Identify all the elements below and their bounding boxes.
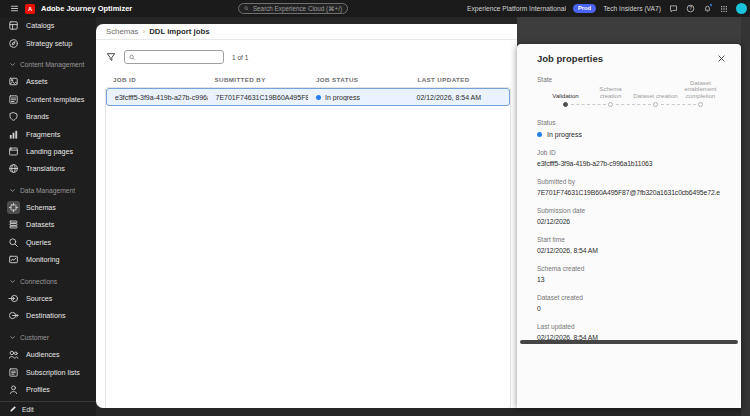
hamburger-menu-icon[interactable] (9, 4, 19, 14)
app-screen: A Adobe Journey Optimizer Search Experie… (0, 0, 750, 416)
queries-icon (7, 236, 20, 249)
sidebar-section-label: Connections (20, 278, 57, 285)
sidebar-item-destinations[interactable]: Destinations (0, 307, 96, 324)
profiles-icon (7, 383, 20, 396)
experience-cloud-search[interactable]: Search Experience Cloud (⌘+/) (238, 3, 348, 14)
sidebar-edit-label: Edit (22, 406, 34, 413)
monitoring-icon (7, 253, 20, 266)
sidebar-item-label: Schemas (26, 203, 56, 212)
chevron-down-icon (9, 187, 16, 194)
field-value: 02/12/2026 (537, 218, 727, 225)
sidebar-item-fragments[interactable]: Fragments (0, 125, 96, 142)
cell-submitted-by: 7E701F74631C19B60A495F87@7fb... (208, 94, 309, 101)
filter-funnel-icon[interactable] (106, 52, 116, 62)
search-placeholder-text: Search Experience Cloud (⌘+/) (253, 5, 342, 12)
column-header-job-id[interactable]: JOB ID (105, 72, 207, 86)
adobe-logo-icon[interactable]: A (25, 4, 35, 14)
field-schema-created: Schema created13 (537, 265, 727, 283)
sidebar-section-connections[interactable]: Connections (0, 272, 96, 289)
sidebar-item-strategy-setup[interactable]: Strategy setup (0, 34, 96, 51)
sidebar-item-subscription-lists[interactable]: Subscription lists (0, 363, 96, 380)
content-templates-icon (7, 93, 20, 106)
notification-badge (709, 3, 713, 7)
sidebar-item-catalogs[interactable]: Catalogs (0, 17, 96, 34)
step-schema-creation: Schema creation (588, 86, 633, 107)
table-header-row: JOB IDSUBMITTED BYJOB STATUSLAST UPDATED (105, 72, 511, 86)
sidebar-item-datasets[interactable]: Datasets (0, 216, 96, 233)
sidebar-item-brands[interactable]: Brands (0, 108, 96, 125)
close-icon[interactable] (716, 53, 727, 64)
sidebar-item-content-templates[interactable]: Content templates (0, 91, 96, 108)
app-title: Adobe Journey Optimizer (41, 4, 132, 13)
page-scrollbar[interactable] (741, 17, 750, 416)
sidebar-edit-button[interactable]: Edit (0, 401, 96, 416)
schemas-icon (7, 201, 20, 214)
field-start-time: Start time02/12/2026, 8:54 AM (537, 236, 727, 254)
step-label: Dataset creation (633, 86, 677, 99)
sidebar-section-label: Content Management (20, 61, 84, 68)
panel-horizontal-scrollbar[interactable] (520, 340, 738, 344)
sidebar-item-schemas[interactable]: Schemas (0, 199, 96, 216)
sidebar-item-profiles[interactable]: Profiles (0, 381, 96, 398)
sidebar-item-label: Strategy setup (26, 39, 72, 48)
table-row[interactable]: e3fcfff5-3f9a-419b-a27b-c996a1b1...7E701… (106, 88, 510, 106)
sidebar-item-label: Audiences (26, 350, 60, 359)
step-dataset-creation: Dataset creation (633, 86, 678, 107)
field-value: 02/12/2026, 8:54 AM (537, 247, 727, 254)
user-avatar[interactable] (736, 3, 747, 14)
notifications-bell-icon[interactable] (702, 4, 712, 14)
sandbox-switcher[interactable]: Tech Insiders (VA7) (603, 5, 661, 12)
help-icon[interactable]: ? (685, 4, 695, 14)
sidebar-section-data-management[interactable]: Data Management (0, 182, 96, 199)
sidebar-section-customer[interactable]: Customer (0, 329, 96, 346)
sidebar-item-label: Queries (26, 238, 51, 247)
sidebar-item-label: Destinations (26, 311, 66, 320)
catalogs-icon (7, 19, 20, 32)
field-value: 13 (537, 276, 727, 283)
datasets-icon (7, 218, 20, 231)
chevron-down-icon (9, 278, 16, 285)
sidebar-item-monitoring[interactable]: Monitoring (0, 251, 96, 268)
field-label: Schema created (537, 265, 727, 272)
chevron-down-icon (9, 334, 16, 341)
sidebar-items-container: CatalogsStrategy setupContent Management… (0, 17, 96, 398)
sidebar-item-landing-pages[interactable]: Landing pages (0, 143, 96, 160)
step-dot-icon (608, 102, 613, 107)
column-header-last-updated[interactable]: LAST UPDATED (410, 72, 512, 86)
translations-icon (7, 162, 20, 175)
fragments-icon (7, 128, 20, 141)
sidebar-item-sources[interactable]: Sources (0, 290, 96, 307)
sidebar-item-assets[interactable]: Assets (0, 73, 96, 90)
chevron-down-icon (9, 61, 16, 68)
jobs-search-input[interactable] (138, 54, 219, 61)
assets-icon (7, 75, 20, 88)
sources-icon (7, 292, 20, 305)
step-dot-icon (563, 102, 568, 107)
sidebar-item-audiences[interactable]: Audiences (0, 346, 96, 363)
landing-pages-icon (7, 145, 20, 158)
env-badge: Prod (573, 4, 596, 13)
sidebar-item-label: Sources (26, 294, 52, 303)
field-label: Job ID (537, 149, 727, 156)
sidebar-section-content-management[interactable]: Content Management (0, 56, 96, 73)
app-switcher-grid-icon[interactable] (719, 4, 729, 14)
sidebar-item-label: Translations (26, 164, 65, 173)
feedback-icon[interactable] (668, 4, 678, 14)
sidebar-item-translations[interactable]: Translations (0, 160, 96, 177)
sidebar-item-queries[interactable]: Queries (0, 234, 96, 251)
sidebar-section-label: Data Management (20, 187, 75, 194)
sidebar-item-label: Assets (26, 77, 48, 86)
breadcrumb-separator: › (143, 27, 146, 36)
breadcrumb-schemas-link[interactable]: Schemas (106, 27, 139, 36)
state-stepper: ValidationSchema creationDataset creatio… (543, 86, 723, 107)
step-label: Dataset enablement completion (678, 86, 723, 99)
column-header-submitted-by[interactable]: SUBMITTED BY (207, 72, 309, 86)
sidebar-item-label: Datasets (26, 220, 54, 229)
panel-header: Job properties (517, 44, 741, 64)
breadcrumb: Schemas › DDL import jobs (96, 24, 517, 40)
list-toolbar: 1 of 1 (96, 40, 517, 64)
field-value: 0 (537, 305, 727, 312)
column-header-job-status[interactable]: JOB STATUS (308, 72, 410, 86)
sidebar-item-label: Landing pages (26, 147, 73, 156)
sidebar-section-label: Customer (20, 334, 49, 341)
